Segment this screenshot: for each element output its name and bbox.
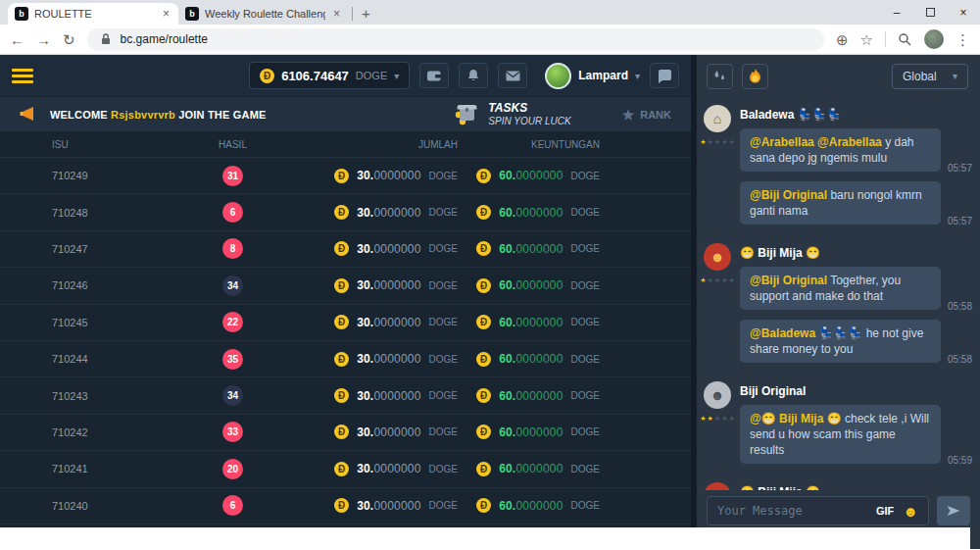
table-row[interactable]: 710241 20 Ð 30.0000000 DOGE Ð 60.0000000… [0,451,691,487]
tasks-shortcut[interactable]: TASKS SPIN YOUR LUCK [455,101,570,126]
doge-coin-icon: Ð [476,388,491,403]
bubble-list: @😁 Biji Mija 😁 check tele ,i Will send u… [740,405,972,464]
message-time: 05:59 [948,455,972,466]
bet-profit: Ð 60.0000000 DOGE [476,169,600,183]
doge-coin-icon: Ð [334,498,349,513]
bet-table-header: ISU HASIL JUMLAH KEUNTUNGAN [0,131,691,158]
profit-main: 60. [499,242,515,256]
result-badge: 6 [222,202,243,223]
tab-close-icon[interactable]: × [161,7,172,21]
tasks-subtitle: SPIN YOUR LUCK [488,116,570,127]
messages-button[interactable] [498,63,527,88]
table-row[interactable]: 710248 6 Ð 30.0000000 DOGE Ð 60.0000000 … [0,194,691,230]
mention-link[interactable]: @😁 Biji Mija 😁 [750,412,842,425]
profit-main: 60. [499,316,515,329]
message-time: 05:58 [948,301,972,312]
chat-avatar[interactable]: ⌂ [704,105,731,132]
amount-rest: 0000000 [373,499,420,513]
rank-shortcut[interactable]: ★ RANK [622,107,671,123]
table-row[interactable]: 710247 8 Ð 30.0000000 DOGE Ð 60.0000000 … [0,231,691,268]
reload-icon[interactable]: ↻ [63,32,75,47]
doge-coin-icon: Ð [334,169,349,183]
mention-link[interactable]: @Biji Original [750,274,827,287]
chat-avatar[interactable]: ☻ [704,243,731,271]
mention-link[interactable]: @Arabellaa @Arabellaa [750,135,882,149]
profit-currency: DOGE [571,243,600,254]
browser-profile-avatar[interactable] [924,29,944,49]
profit-currency: DOGE [571,426,600,437]
window-controls: – × [880,0,980,25]
close-button[interactable]: × [947,0,980,25]
maximize-button[interactable] [913,0,947,25]
table-row[interactable]: 710249 31 Ð 30.0000000 DOGE Ð 60.0000000… [0,158,691,194]
amount-currency: DOGE [429,280,458,291]
user-name: Lampard [578,69,628,82]
chat-group: ⌂ ★★★★★ Baladewa 💺💺💺 @Arabellaa @Arabell… [703,105,972,234]
star-icon: ★ [728,138,734,146]
notifications-button[interactable] [459,63,488,88]
chat-avatar[interactable]: ☻ [704,482,731,490]
wallet-button[interactable] [419,63,449,88]
bet-id: 710249 [0,170,181,181]
message-time: 05:58 [948,354,972,365]
tab-weekly-challenge[interactable]: b Weekly Roulette Challenge - Win × [178,3,349,25]
forward-icon[interactable]: → [36,32,51,47]
mention-link[interactable]: @Biji Original [750,188,827,202]
hamburger-menu-icon[interactable] [12,69,33,83]
table-row[interactable]: 710244 35 Ð 30.0000000 DOGE Ð 60.0000000… [0,341,691,377]
send-button[interactable] [937,496,970,525]
search-icon[interactable] [898,32,912,47]
welcome-prefix: WELCOME [50,109,108,121]
back-icon[interactable]: ← [10,32,24,47]
gif-button[interactable]: GIF [876,505,894,517]
rain-rewards-button[interactable] [707,64,733,89]
star-icon: ★ [708,415,713,423]
user-avatar [545,63,571,89]
browser-tab-strip: b ROULETTE × b Weekly Roulette Challenge… [0,0,980,25]
table-row[interactable]: 710245 22 Ð 30.0000000 DOGE Ð 60.0000000… [0,305,691,341]
profit-rest: 0000000 [515,169,563,182]
result-badge: 34 [222,275,243,296]
amount-main: 30. [357,278,373,292]
star-icon: ★ [714,415,720,423]
chevron-down-icon: ▾ [635,71,640,81]
new-tab-button[interactable]: + [362,5,370,22]
chat-username[interactable]: Biji Original [740,384,972,398]
doge-coin-icon: Ð [334,462,349,476]
table-row[interactable]: 710242 33 Ð 30.0000000 DOGE Ð 60.0000000… [0,415,691,451]
profit-main: 60. [499,499,515,513]
chat-avatar[interactable]: ☻ [704,381,731,409]
welcome-marquee: WELCOME Rsjsbvvrvrb JOIN THE GAME [20,107,267,122]
coin-drop-button[interactable] [742,64,768,89]
bookmark-star-icon[interactable]: ☆ [860,32,873,47]
tab-roulette[interactable]: b ROULETTE × [8,3,178,25]
balance-selector[interactable]: Ð 6106.74647 DOGE ▾ [249,62,410,89]
result-badge: 31 [222,166,243,186]
column-header-isu: ISU [0,139,181,150]
chat-toggle-button[interactable] [650,63,679,88]
message-row: @Baladewa 💺💺💺 he not give share money to… [740,320,972,363]
table-row[interactable]: 710243 34 Ð 30.0000000 DOGE Ð 60.0000000… [0,377,691,414]
chat-channel-select[interactable]: Global ▾ [892,64,968,89]
minimize-button[interactable]: – [880,0,913,25]
user-menu[interactable]: Lampard ▾ [545,63,640,89]
url-text: bc.game/roulette [121,32,208,46]
doge-coin-icon: Ð [476,315,491,329]
tab-close-icon[interactable]: × [331,7,342,21]
table-row[interactable]: 710246 34 Ð 30.0000000 DOGE Ð 60.0000000… [0,268,691,304]
profit-rest: 0000000 [515,316,563,329]
amount-currency: DOGE [429,390,458,401]
message-input[interactable] [717,504,867,518]
chat-username[interactable]: 😁 Biji Mija 😁 [740,246,972,260]
address-bar[interactable]: bc.game/roulette [87,28,824,51]
table-row[interactable]: 710240 6 Ð 30.0000000 DOGE Ð 60.0000000 … [0,488,691,525]
bet-profit: Ð 60.0000000 DOGE [476,462,600,476]
doge-coin-icon: Ð [476,352,491,367]
extension-icon[interactable]: ⊕ [836,32,849,47]
menu-dots-icon[interactable]: ⋮ [956,32,970,47]
column-header-jumlah: JUMLAH [284,139,461,150]
profit-currency: DOGE [571,171,600,181]
mention-link[interactable]: @Baladewa 💺💺💺 [750,326,862,340]
chat-username[interactable]: Baladewa 💺💺💺 [740,108,972,122]
emoji-button[interactable]: ☻ [903,504,918,519]
